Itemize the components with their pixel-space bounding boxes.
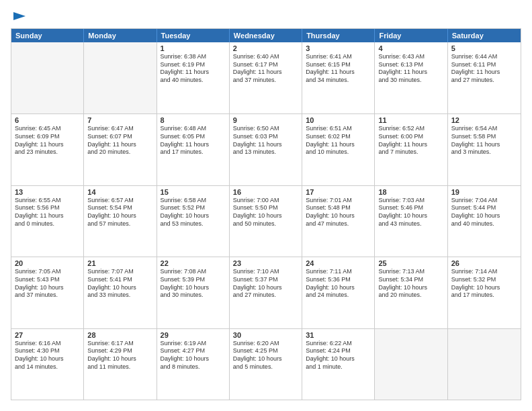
cell-info-line: Daylight: 10 hours (233, 212, 298, 220)
cell-info-line: Daylight: 10 hours (87, 212, 152, 220)
cell-info-line: Sunrise: 6:51 AM (306, 125, 371, 133)
cell-info-line: and 20 minutes. (378, 291, 443, 300)
cell-info-line: Daylight: 11 hours (15, 141, 80, 149)
day-cell-6: 6Sunrise: 6:45 AMSunset: 6:09 PMDaylight… (11, 114, 84, 185)
cell-info-line: Sunrise: 6:57 AM (87, 197, 152, 205)
cell-info-line: Daylight: 11 hours (233, 141, 298, 149)
day-number: 1 (161, 44, 226, 52)
day-number: 23 (233, 259, 298, 267)
day-cell-20: 20Sunrise: 7:05 AMSunset: 5:43 PMDayligh… (11, 257, 84, 328)
cell-info-line: Sunset: 6:17 PM (233, 61, 298, 69)
day-number: 14 (87, 188, 152, 196)
day-cell-28: 28Sunrise: 6:17 AMSunset: 4:29 PMDayligh… (84, 329, 157, 400)
day-cell-22: 22Sunrise: 7:08 AMSunset: 5:39 PMDayligh… (157, 257, 230, 328)
day-number: 5 (451, 44, 517, 52)
cell-info-line: Daylight: 11 hours (161, 141, 226, 149)
calendar-body: 1Sunrise: 6:38 AMSunset: 6:19 PMDaylight… (11, 42, 521, 400)
cell-info-line: Sunrise: 6:45 AM (15, 125, 80, 133)
cell-info-line: Daylight: 10 hours (451, 284, 517, 292)
cell-info-line: Sunset: 4:29 PM (87, 347, 152, 355)
cell-info-line: Daylight: 10 hours (161, 355, 226, 363)
day-number: 29 (161, 331, 226, 339)
day-cell-11: 11Sunrise: 6:52 AMSunset: 6:00 PMDayligh… (375, 114, 447, 185)
day-header-saturday: Saturday (448, 29, 521, 42)
cell-info-line: and 40 minutes. (451, 220, 517, 228)
week-row-4: 20Sunrise: 7:05 AMSunset: 5:43 PMDayligh… (11, 257, 521, 328)
day-cell-21: 21Sunrise: 7:07 AMSunset: 5:41 PMDayligh… (84, 257, 157, 328)
cell-info-line: Sunrise: 7:14 AM (451, 268, 517, 276)
cell-info-line: Daylight: 10 hours (87, 284, 152, 292)
cell-info-line: Sunrise: 7:13 AM (378, 268, 443, 276)
cell-info-line: Sunrise: 6:48 AM (161, 125, 226, 133)
day-number: 10 (306, 116, 371, 124)
cell-info-line: Sunset: 5:36 PM (306, 276, 371, 284)
cell-info-line: Sunset: 5:58 PM (451, 133, 517, 141)
day-number: 19 (451, 188, 517, 196)
cell-info-line: and 10 minutes. (306, 148, 371, 156)
cell-info-line: and 8 minutes. (161, 363, 226, 371)
day-number: 4 (378, 44, 443, 52)
cell-info-line: Daylight: 11 hours (451, 68, 517, 77)
day-number: 15 (161, 188, 226, 196)
cell-info-line: Sunset: 6:02 PM (306, 133, 371, 141)
cell-info-line: and 30 minutes. (161, 291, 226, 300)
day-header-thursday: Thursday (302, 29, 375, 42)
cell-info-line: Sunset: 6:00 PM (378, 133, 443, 141)
cell-info-line: Sunrise: 7:01 AM (306, 197, 371, 205)
cell-info-line: Sunset: 5:32 PM (451, 276, 517, 284)
cell-info-line: and 27 minutes. (233, 291, 298, 300)
cell-info-line: and 30 minutes. (378, 77, 443, 85)
cell-info-line: Sunrise: 6:47 AM (87, 125, 152, 133)
logo (11, 11, 27, 23)
cell-info-line: Sunset: 5:46 PM (378, 204, 443, 212)
cell-info-line: Sunset: 5:34 PM (378, 276, 443, 284)
day-header-tuesday: Tuesday (157, 29, 230, 42)
cell-info-line: Sunrise: 7:03 AM (378, 197, 443, 205)
cell-info-line: Daylight: 10 hours (306, 284, 371, 292)
day-cell-25: 25Sunrise: 7:13 AMSunset: 5:34 PMDayligh… (375, 257, 447, 328)
cell-info-line: Daylight: 11 hours (87, 141, 152, 149)
cell-info-line: Sunset: 6:05 PM (161, 133, 226, 141)
cell-info-line: Sunset: 4:25 PM (233, 347, 298, 355)
cell-info-line: and 17 minutes. (161, 148, 226, 156)
day-cell-8: 8Sunrise: 6:48 AMSunset: 6:05 PMDaylight… (157, 114, 230, 185)
empty-cell (84, 42, 157, 113)
cell-info-line: and 34 minutes. (306, 77, 371, 85)
cell-info-line: and 27 minutes. (451, 77, 517, 85)
day-number: 20 (15, 259, 80, 267)
day-cell-30: 30Sunrise: 6:20 AMSunset: 4:25 PMDayligh… (230, 329, 302, 400)
cell-info-line: Sunset: 6:15 PM (306, 61, 371, 69)
day-number: 16 (233, 188, 298, 196)
cell-info-line: and 43 minutes. (378, 220, 443, 228)
cell-info-line: Sunset: 5:56 PM (15, 204, 80, 212)
logo-flag-icon (12, 11, 27, 23)
cell-info-line: and 5 minutes. (233, 363, 298, 371)
cell-info-line: Sunrise: 6:41 AM (306, 53, 371, 61)
cell-info-line: Daylight: 10 hours (161, 284, 226, 292)
day-number: 13 (15, 188, 80, 196)
day-number: 7 (87, 116, 152, 124)
cell-info-line: Sunrise: 6:17 AM (87, 340, 152, 348)
day-cell-27: 27Sunrise: 6:16 AMSunset: 4:30 PMDayligh… (11, 329, 84, 400)
day-number: 25 (378, 259, 443, 267)
cell-info-line: and 11 minutes. (87, 363, 152, 371)
day-number: 26 (451, 259, 517, 267)
day-cell-16: 16Sunrise: 7:00 AMSunset: 5:50 PMDayligh… (230, 186, 302, 257)
cell-info-line: Daylight: 11 hours (378, 141, 443, 149)
day-cell-24: 24Sunrise: 7:11 AMSunset: 5:36 PMDayligh… (302, 257, 375, 328)
cell-info-line: Sunrise: 7:07 AM (87, 268, 152, 276)
cell-info-line: and 33 minutes. (87, 291, 152, 300)
cell-info-line: Daylight: 10 hours (15, 355, 80, 363)
cell-info-line: and 20 minutes. (87, 148, 152, 156)
cell-info-line: Sunrise: 7:05 AM (15, 268, 80, 276)
cell-info-line: Sunset: 5:41 PM (87, 276, 152, 284)
cell-info-line: and 17 minutes. (451, 291, 517, 300)
day-cell-2: 2Sunrise: 6:40 AMSunset: 6:17 PMDaylight… (230, 42, 302, 113)
cell-info-line: and 53 minutes. (161, 220, 226, 228)
day-number: 3 (306, 44, 371, 52)
cell-info-line: Sunset: 6:07 PM (87, 133, 152, 141)
cell-info-line: Daylight: 11 hours (306, 141, 371, 149)
cell-info-line: Daylight: 11 hours (161, 68, 226, 77)
cell-info-line: and 47 minutes. (306, 220, 371, 228)
day-cell-17: 17Sunrise: 7:01 AMSunset: 5:48 PMDayligh… (302, 186, 375, 257)
